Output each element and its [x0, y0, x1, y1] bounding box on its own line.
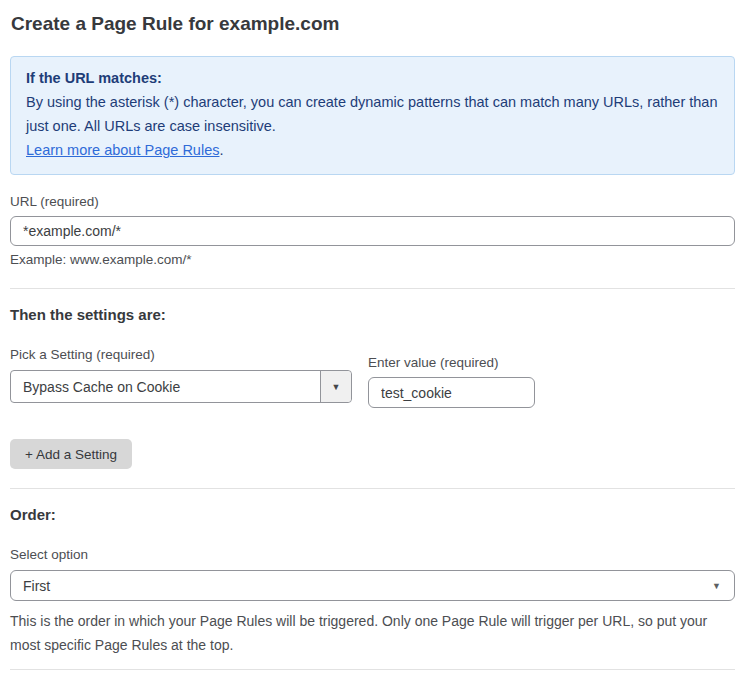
- page-title: Create a Page Rule for example.com: [11, 13, 735, 35]
- url-matches-info-box: If the URL matches: By using the asteris…: [10, 56, 735, 175]
- order-helper-text: This is the order in which your Page Rul…: [10, 609, 730, 657]
- chevron-down-icon: ▼: [712, 581, 721, 591]
- setting-select-arrow-button[interactable]: ▼: [320, 371, 351, 402]
- settings-section-heading: Then the settings are:: [10, 306, 735, 323]
- order-select-value: First: [23, 578, 50, 594]
- url-input[interactable]: [10, 216, 735, 246]
- setting-value-input[interactable]: [368, 377, 535, 408]
- url-example-helper: Example: www.example.com/*: [10, 252, 735, 267]
- setting-select-value: Bypass Cache on Cookie: [11, 371, 320, 402]
- setting-select-label: Pick a Setting (required): [10, 347, 352, 362]
- info-box-body: By using the asterisk (*) character, you…: [26, 90, 718, 138]
- settings-row: Pick a Setting (required) Bypass Cache o…: [10, 347, 735, 408]
- order-select-label: Select option: [10, 547, 735, 562]
- setting-value-column: Enter value (required): [368, 355, 535, 408]
- order-select[interactable]: First ▼: [10, 570, 735, 601]
- info-box-heading: If the URL matches:: [26, 66, 718, 90]
- divider: [10, 288, 735, 289]
- divider: [10, 669, 735, 670]
- divider: [10, 488, 735, 489]
- setting-select-column: Pick a Setting (required) Bypass Cache o…: [10, 347, 352, 403]
- setting-value-label: Enter value (required): [368, 355, 535, 370]
- info-box-link-line: Learn more about Page Rules.: [26, 138, 718, 162]
- url-field-label: URL (required): [10, 194, 735, 209]
- chevron-down-icon: ▼: [332, 382, 341, 392]
- setting-select[interactable]: Bypass Cache on Cookie ▼: [10, 370, 352, 403]
- order-section-heading: Order:: [10, 506, 735, 523]
- link-suffix: .: [219, 142, 223, 158]
- create-page-rule-form: Create a Page Rule for example.com If th…: [0, 0, 750, 688]
- add-setting-button[interactable]: + Add a Setting: [10, 439, 132, 469]
- learn-more-link[interactable]: Learn more about Page Rules: [26, 142, 219, 158]
